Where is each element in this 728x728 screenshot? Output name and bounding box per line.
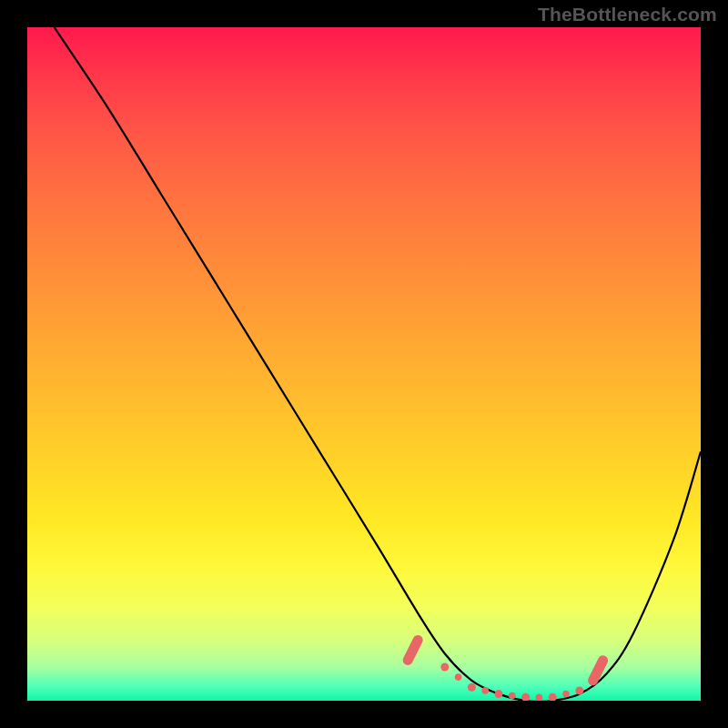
marker-dot xyxy=(440,663,449,672)
marker-dot xyxy=(549,693,557,701)
marker-dot xyxy=(468,683,476,692)
marker-dot xyxy=(455,673,462,681)
marker-dot xyxy=(536,694,543,702)
marker-dot xyxy=(495,690,503,698)
curve-svg xyxy=(27,27,701,701)
marker-dot xyxy=(521,693,530,701)
bottleneck-curve-path xyxy=(55,27,701,701)
marker-start-dash xyxy=(408,640,418,660)
highlight-markers xyxy=(408,640,602,701)
marker-dot xyxy=(562,691,570,698)
marker-dot xyxy=(575,686,583,694)
chart-container: TheBottleneck.com xyxy=(0,0,728,728)
marker-dot xyxy=(509,693,516,700)
watermark-text: TheBottleneck.com xyxy=(538,4,717,25)
marker-dot xyxy=(481,687,489,694)
plot-area xyxy=(27,27,701,701)
